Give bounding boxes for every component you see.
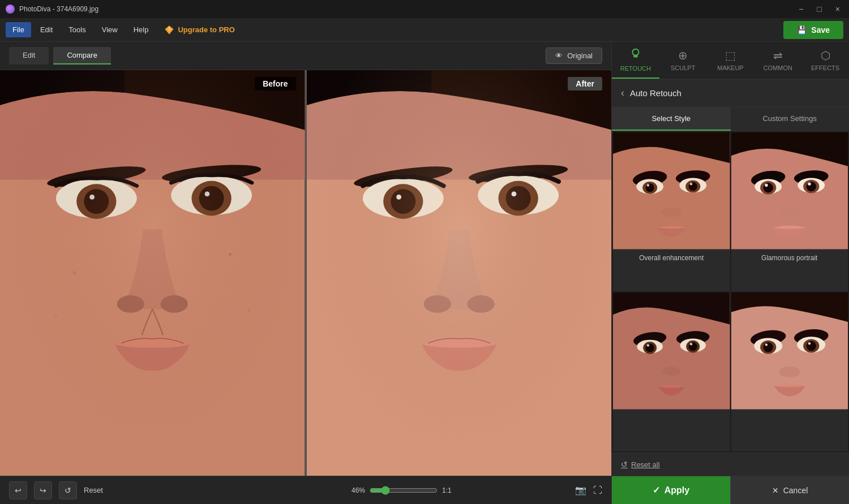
original-label: Original <box>567 51 593 60</box>
svg-point-58 <box>808 183 811 186</box>
svg-point-54 <box>765 184 767 187</box>
svg-point-18 <box>229 253 231 256</box>
window-controls: − □ × <box>795 3 843 15</box>
style-grid: Overall enhancement <box>612 131 849 453</box>
after-label: After <box>568 77 602 91</box>
zoom-control: 46% 1:1 <box>342 486 568 495</box>
reset-all-button[interactable]: ↺ Reset all <box>621 460 660 469</box>
app-title: PhotoDiva - 374A6909.jpg <box>19 5 98 13</box>
before-canvas: Before <box>0 70 305 476</box>
tab-common[interactable]: ⇌ COMMON <box>754 42 801 79</box>
title-bar: PhotoDiva - 374A6909.jpg − □ × <box>0 0 849 18</box>
tab-retouch[interactable]: RETOUCH <box>612 42 659 79</box>
status-bar: ↩ ↪ ↺ Reset 46% 1:1 📷 ⛶ <box>0 476 611 504</box>
retouch-icon <box>629 48 642 63</box>
svg-point-69 <box>689 342 697 351</box>
svg-point-41 <box>646 183 654 192</box>
menu-file[interactable]: File <box>6 22 31 37</box>
common-label: COMMON <box>764 64 792 71</box>
snapshot-button[interactable]: 📷 <box>575 485 586 496</box>
style-item-3[interactable] <box>613 292 730 451</box>
before-label: Before <box>255 77 295 91</box>
custom-settings-tab[interactable]: Custom Settings <box>731 107 850 131</box>
menu-items: File Edit Tools View Help Upgrade to PRO <box>6 21 242 38</box>
svg-point-59 <box>779 208 799 217</box>
main-content: Edit Compare 👁 Original Before <box>0 42 849 504</box>
save-icon: 💾 <box>797 25 807 35</box>
check-icon: ✓ <box>653 485 660 496</box>
style-image-4 <box>731 292 848 410</box>
redo-button[interactable]: ↪ <box>34 481 52 499</box>
diamond-icon <box>164 25 174 35</box>
back-button[interactable]: ‹ <box>621 87 624 99</box>
cancel-label: Cancel <box>783 486 808 495</box>
style-item-4[interactable] <box>731 292 848 451</box>
canvas-area: Edit Compare 👁 Original Before <box>0 42 611 504</box>
tab-effects[interactable]: ⬡ EFFECTS <box>801 42 849 79</box>
retouch-label: RETOUCH <box>620 65 651 72</box>
reset-icon-button[interactable]: ↺ <box>59 481 77 499</box>
undo-button[interactable]: ↩ <box>9 481 27 499</box>
zoom-percent: 46% <box>342 486 365 494</box>
tab-sculpt[interactable]: ⊕ SCULPT <box>659 42 707 79</box>
style-item-glamorous[interactable]: Glamorous portrait <box>731 132 848 291</box>
svg-point-82 <box>808 342 810 344</box>
svg-point-70 <box>690 343 692 345</box>
effects-icon: ⬡ <box>821 49 830 62</box>
style-label-3 <box>613 410 730 427</box>
menu-help[interactable]: Help <box>127 22 156 37</box>
save-label: Save <box>811 25 830 35</box>
style-label-4 <box>731 410 848 427</box>
sculpt-icon: ⊕ <box>678 49 688 62</box>
canvas-toolbar: Edit Compare 👁 Original <box>0 42 611 70</box>
panel-subheader: ‹ Auto Retouch <box>612 79 849 107</box>
svg-point-81 <box>806 341 816 351</box>
edit-tab[interactable]: Edit <box>9 47 49 64</box>
menu-edit[interactable]: Edit <box>33 22 59 37</box>
panel-content: ‹ Auto Retouch Select Style Custom Setti… <box>612 79 849 476</box>
style-label-glamorous: Glamorous portrait <box>731 249 848 266</box>
upgrade-label: Upgrade to PRO <box>178 25 234 34</box>
svg-point-53 <box>763 183 773 192</box>
style-image-1 <box>613 132 730 249</box>
apply-button[interactable]: ✓ Apply <box>612 476 730 504</box>
svg-point-57 <box>806 182 816 191</box>
select-style-tab[interactable]: Select Style <box>612 107 731 131</box>
svg-point-42 <box>647 184 649 186</box>
save-button[interactable]: 💾 Save <box>783 21 843 39</box>
style-thumbnail-glamorous <box>731 132 848 249</box>
ratio-label[interactable]: 1:1 <box>442 486 452 494</box>
svg-point-19 <box>55 315 57 317</box>
eye-icon: 👁 <box>555 51 563 60</box>
style-item-overall[interactable]: Overall enhancement <box>613 132 730 291</box>
menu-tools[interactable]: Tools <box>62 22 92 37</box>
svg-point-66 <box>647 344 649 346</box>
close-button[interactable]: × <box>832 3 843 15</box>
panel-subtitle: Auto Retouch <box>630 88 681 98</box>
fullscreen-button[interactable]: ⛶ <box>593 485 602 496</box>
after-canvas: After <box>307 70 612 476</box>
reset-label: Reset <box>84 486 103 494</box>
style-thumbnail-3 <box>613 292 730 410</box>
reset-section: ↺ Reset all <box>612 453 849 476</box>
title-bar-title: PhotoDiva - 374A6909.jpg <box>6 5 98 14</box>
maximize-button[interactable]: □ <box>813 3 825 15</box>
app-icon <box>6 5 15 14</box>
original-button[interactable]: 👁 Original <box>546 48 602 64</box>
minimize-button[interactable]: − <box>795 3 807 15</box>
upgrade-button[interactable]: Upgrade to PRO <box>157 21 241 38</box>
svg-point-78 <box>765 343 767 346</box>
compare-tab[interactable]: Compare <box>53 47 110 64</box>
action-bar: ✓ Apply ✕ Cancel <box>612 476 849 504</box>
zoom-slider[interactable] <box>370 486 438 495</box>
effects-label: EFFECTS <box>811 64 839 71</box>
tab-makeup[interactable]: ⬚ MAKEUP <box>707 42 754 79</box>
canvas-container: Before <box>0 70 611 476</box>
style-image-2 <box>731 132 848 249</box>
menu-view[interactable]: View <box>95 22 125 37</box>
style-label-overall: Overall enhancement <box>613 249 730 266</box>
style-thumbnail-overall <box>613 132 730 249</box>
cancel-button[interactable]: ✕ Cancel <box>730 476 849 504</box>
style-image-3 <box>613 292 730 410</box>
svg-point-17 <box>73 271 77 275</box>
